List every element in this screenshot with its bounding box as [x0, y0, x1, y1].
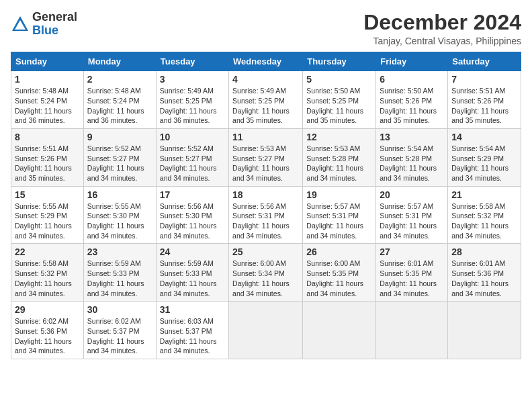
day-number: 8	[15, 132, 80, 142]
day-number: 26	[306, 246, 372, 257]
calendar-cell: 3 Sunrise: 5:49 AMSunset: 5:25 PMDayligh…	[156, 71, 228, 129]
day-detail: Sunrise: 5:57 AMSunset: 5:31 PMDaylight:…	[380, 202, 437, 240]
calendar-cell: 19 Sunrise: 5:57 AMSunset: 5:31 PMDaylig…	[303, 186, 376, 244]
day-number: 17	[160, 189, 225, 200]
day-detail: Sunrise: 5:53 AMSunset: 5:27 PMDaylight:…	[232, 144, 290, 182]
week-row-1: 1 Sunrise: 5:48 AMSunset: 5:24 PMDayligh…	[11, 71, 521, 129]
title-block: December 2024 Tanjay, Central Visayas, P…	[363, 11, 521, 46]
day-detail: Sunrise: 5:56 AMSunset: 5:31 PMDaylight:…	[232, 202, 290, 240]
logo-general: General	[32, 10, 77, 24]
day-detail: Sunrise: 5:55 AMSunset: 5:30 PMDaylight:…	[87, 202, 144, 240]
calendar-table: SundayMondayTuesdayWednesdayThursdayFrid…	[11, 52, 521, 359]
calendar-cell: 11 Sunrise: 5:53 AMSunset: 5:27 PMDaylig…	[229, 128, 303, 186]
day-detail: Sunrise: 5:50 AMSunset: 5:26 PMDaylight:…	[380, 87, 437, 124]
logo-icon	[11, 15, 30, 34]
page-header: General Blue December 2024 Tanjay, Centr…	[11, 11, 521, 46]
calendar-cell: 10 Sunrise: 5:52 AMSunset: 5:27 PMDaylig…	[156, 128, 228, 186]
day-number: 6	[380, 74, 444, 85]
calendar-cell: 18 Sunrise: 5:56 AMSunset: 5:31 PMDaylig…	[229, 186, 303, 244]
day-detail: Sunrise: 6:01 AMSunset: 5:36 PMDaylight:…	[451, 259, 508, 297]
day-detail: Sunrise: 5:58 AMSunset: 5:32 PMDaylight:…	[451, 202, 508, 240]
day-number: 9	[87, 132, 152, 142]
month-title: December 2024	[363, 11, 521, 34]
day-detail: Sunrise: 5:50 AMSunset: 5:25 PMDaylight:…	[306, 87, 363, 124]
calendar-cell: 24 Sunrise: 5:59 AMSunset: 5:33 PMDaylig…	[156, 244, 228, 302]
header-monday: Monday	[83, 52, 156, 71]
header-wednesday: Wednesday	[229, 52, 303, 71]
day-number: 27	[380, 246, 444, 257]
calendar-cell: 17 Sunrise: 5:56 AMSunset: 5:30 PMDaylig…	[156, 186, 228, 244]
calendar-cell: 14 Sunrise: 5:54 AMSunset: 5:29 PMDaylig…	[448, 128, 521, 186]
calendar-cell	[448, 302, 521, 359]
day-number: 3	[160, 74, 225, 85]
day-detail: Sunrise: 5:58 AMSunset: 5:32 PMDaylight:…	[15, 259, 72, 297]
header-saturday: Saturday	[448, 52, 521, 71]
header-row: SundayMondayTuesdayWednesdayThursdayFrid…	[11, 52, 521, 71]
calendar-cell: 5 Sunrise: 5:50 AMSunset: 5:25 PMDayligh…	[303, 71, 376, 129]
day-number: 2	[87, 74, 152, 85]
day-detail: Sunrise: 5:54 AMSunset: 5:28 PMDaylight:…	[380, 144, 437, 182]
day-number: 5	[306, 74, 372, 85]
logo: General Blue	[11, 11, 77, 38]
day-detail: Sunrise: 5:51 AMSunset: 5:26 PMDaylight:…	[451, 87, 508, 124]
calendar-cell: 25 Sunrise: 6:00 AMSunset: 5:34 PMDaylig…	[229, 244, 303, 302]
day-detail: Sunrise: 5:56 AMSunset: 5:30 PMDaylight:…	[160, 202, 217, 240]
day-number: 16	[87, 189, 152, 200]
logo-blue: Blue	[32, 24, 58, 37]
day-number: 30	[87, 304, 152, 315]
calendar-cell: 20 Sunrise: 5:57 AMSunset: 5:31 PMDaylig…	[376, 186, 448, 244]
day-number: 18	[232, 189, 299, 200]
day-detail: Sunrise: 5:55 AMSunset: 5:29 PMDaylight:…	[15, 202, 72, 240]
day-number: 31	[160, 304, 225, 315]
calendar-cell: 6 Sunrise: 5:50 AMSunset: 5:26 PMDayligh…	[376, 71, 448, 129]
week-row-5: 29 Sunrise: 6:02 AMSunset: 5:36 PMDaylig…	[11, 302, 521, 359]
logo-text: General Blue	[32, 11, 77, 38]
day-number: 23	[87, 246, 152, 257]
day-detail: Sunrise: 5:48 AMSunset: 5:24 PMDaylight:…	[87, 87, 144, 124]
day-detail: Sunrise: 5:59 AMSunset: 5:33 PMDaylight:…	[87, 259, 144, 297]
day-detail: Sunrise: 5:49 AMSunset: 5:25 PMDaylight:…	[232, 87, 290, 124]
calendar-cell: 15 Sunrise: 5:55 AMSunset: 5:29 PMDaylig…	[11, 186, 84, 244]
header-thursday: Thursday	[303, 52, 376, 71]
location: Tanjay, Central Visayas, Philippines	[363, 36, 521, 46]
day-number: 4	[232, 74, 299, 85]
day-detail: Sunrise: 6:00 AMSunset: 5:35 PMDaylight:…	[306, 259, 363, 297]
day-number: 14	[451, 132, 517, 142]
day-number: 24	[160, 246, 225, 257]
day-number: 15	[15, 189, 80, 200]
day-detail: Sunrise: 5:57 AMSunset: 5:31 PMDaylight:…	[306, 202, 363, 240]
day-detail: Sunrise: 5:59 AMSunset: 5:33 PMDaylight:…	[160, 259, 217, 297]
day-number: 28	[451, 246, 517, 257]
day-detail: Sunrise: 6:02 AMSunset: 5:36 PMDaylight:…	[15, 317, 72, 355]
calendar-cell: 27 Sunrise: 6:01 AMSunset: 5:35 PMDaylig…	[376, 244, 448, 302]
day-detail: Sunrise: 5:53 AMSunset: 5:28 PMDaylight:…	[306, 144, 363, 182]
day-number: 11	[232, 132, 299, 142]
calendar-cell: 4 Sunrise: 5:49 AMSunset: 5:25 PMDayligh…	[229, 71, 303, 129]
calendar-cell: 22 Sunrise: 5:58 AMSunset: 5:32 PMDaylig…	[11, 244, 84, 302]
day-detail: Sunrise: 6:01 AMSunset: 5:35 PMDaylight:…	[380, 259, 437, 297]
day-detail: Sunrise: 5:52 AMSunset: 5:27 PMDaylight:…	[160, 144, 217, 182]
day-number: 25	[232, 246, 299, 257]
day-detail: Sunrise: 6:02 AMSunset: 5:37 PMDaylight:…	[87, 317, 144, 355]
day-detail: Sunrise: 5:54 AMSunset: 5:29 PMDaylight:…	[451, 144, 508, 182]
calendar-cell: 7 Sunrise: 5:51 AMSunset: 5:26 PMDayligh…	[448, 71, 521, 129]
day-number: 12	[306, 132, 372, 142]
calendar-cell	[303, 302, 376, 359]
day-number: 1	[15, 74, 80, 85]
day-number: 22	[15, 246, 80, 257]
calendar-cell: 13 Sunrise: 5:54 AMSunset: 5:28 PMDaylig…	[376, 128, 448, 186]
week-row-4: 22 Sunrise: 5:58 AMSunset: 5:32 PMDaylig…	[11, 244, 521, 302]
calendar-cell: 31 Sunrise: 6:03 AMSunset: 5:37 PMDaylig…	[156, 302, 228, 359]
day-detail: Sunrise: 5:52 AMSunset: 5:27 PMDaylight:…	[87, 144, 144, 182]
calendar-cell: 8 Sunrise: 5:51 AMSunset: 5:26 PMDayligh…	[11, 128, 84, 186]
calendar-cell: 12 Sunrise: 5:53 AMSunset: 5:28 PMDaylig…	[303, 128, 376, 186]
calendar-cell	[229, 302, 303, 359]
day-number: 20	[380, 189, 444, 200]
day-number: 7	[451, 74, 517, 85]
day-detail: Sunrise: 5:51 AMSunset: 5:26 PMDaylight:…	[15, 144, 72, 182]
day-detail: Sunrise: 5:49 AMSunset: 5:25 PMDaylight:…	[160, 87, 217, 124]
calendar-cell: 21 Sunrise: 5:58 AMSunset: 5:32 PMDaylig…	[448, 186, 521, 244]
calendar-cell: 28 Sunrise: 6:01 AMSunset: 5:36 PMDaylig…	[448, 244, 521, 302]
header-friday: Friday	[376, 52, 448, 71]
calendar-cell: 2 Sunrise: 5:48 AMSunset: 5:24 PMDayligh…	[83, 71, 156, 129]
